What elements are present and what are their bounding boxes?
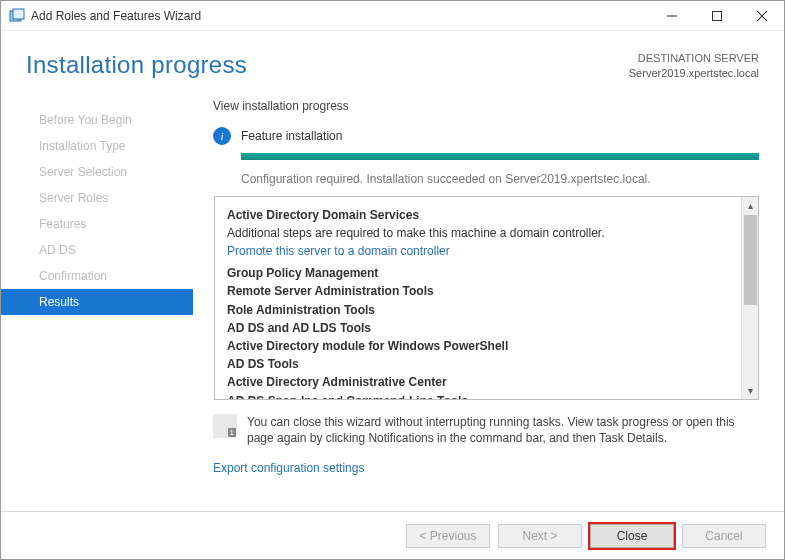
info-icon: i xyxy=(213,127,231,145)
status-row: i Feature installation xyxy=(213,127,759,145)
sidebar-item-before-you-begin: Before You Begin xyxy=(1,107,193,133)
titlebar: Add Roles and Features Wizard xyxy=(1,1,784,31)
window-title: Add Roles and Features Wizard xyxy=(31,9,649,23)
note-text: You can close this wizard without interr… xyxy=(247,414,759,448)
sidebar-item-installation-type: Installation Type xyxy=(1,133,193,159)
detail-adds-tools: AD DS Tools xyxy=(227,356,731,372)
window-controls xyxy=(649,1,784,31)
previous-button: < Previous xyxy=(406,524,490,548)
sidebar-item-confirmation: Confirmation xyxy=(1,263,193,289)
scroll-up-icon[interactable]: ▴ xyxy=(742,197,758,214)
flag-icon: 1 xyxy=(213,414,237,438)
destination-server: Server2019.xpertstec.local xyxy=(629,66,759,81)
detail-role-admin: Role Administration Tools xyxy=(227,302,731,318)
details-scrollbar[interactable]: ▴ ▾ xyxy=(741,197,758,399)
next-button: Next > xyxy=(498,524,582,548)
detail-snapins: AD DS Snap-Ins and Command-Line Tools xyxy=(227,393,731,399)
details-content: Active Directory Domain Services Additio… xyxy=(215,197,741,399)
sidebar-item-results[interactable]: Results xyxy=(1,289,193,315)
sidebar: Before You Begin Installation Type Serve… xyxy=(1,99,193,476)
sidebar-item-features: Features xyxy=(1,211,193,237)
details-box: Active Directory Domain Services Additio… xyxy=(214,196,759,400)
detail-gpm: Group Policy Management xyxy=(227,265,731,281)
destination-label: DESTINATION SERVER xyxy=(629,51,759,66)
detail-adds-note: Additional steps are required to make th… xyxy=(227,225,731,241)
detail-rsat: Remote Server Administration Tools xyxy=(227,283,731,299)
promote-link[interactable]: Promote this server to a domain controll… xyxy=(227,243,731,259)
destination-info: DESTINATION SERVER Server2019.xpertstec.… xyxy=(629,51,759,81)
minimize-button[interactable] xyxy=(649,1,694,31)
export-config-link[interactable]: Export configuration settings xyxy=(213,461,759,475)
status-text: Feature installation xyxy=(241,129,342,143)
scroll-down-icon[interactable]: ▾ xyxy=(742,382,758,399)
page-title: Installation progress xyxy=(26,51,247,81)
sidebar-item-ad-ds: AD DS xyxy=(1,237,193,263)
config-message: Configuration required. Installation suc… xyxy=(241,172,759,186)
detail-ad-module-ps: Active Directory module for Windows Powe… xyxy=(227,338,731,354)
close-button[interactable]: Close xyxy=(590,524,674,548)
header: Installation progress DESTINATION SERVER… xyxy=(1,31,784,81)
sidebar-item-server-selection: Server Selection xyxy=(1,159,193,185)
detail-adac: Active Directory Administrative Center xyxy=(227,374,731,390)
close-window-button[interactable] xyxy=(739,1,784,31)
scroll-thumb[interactable] xyxy=(744,215,757,305)
detail-adds-lds: AD DS and AD LDS Tools xyxy=(227,320,731,336)
wizard-window: Add Roles and Features Wizard Installati… xyxy=(0,0,785,560)
maximize-button[interactable] xyxy=(694,1,739,31)
app-icon xyxy=(9,8,25,24)
main-content: View installation progress i Feature ins… xyxy=(193,99,784,476)
section-label: View installation progress xyxy=(213,99,759,113)
cancel-button: Cancel xyxy=(682,524,766,548)
progress-fill xyxy=(241,153,759,160)
detail-adds-title: Active Directory Domain Services xyxy=(227,207,731,223)
svg-rect-1 xyxy=(13,9,24,19)
footer: < Previous Next > Close Cancel xyxy=(1,511,784,559)
sidebar-item-server-roles: Server Roles xyxy=(1,185,193,211)
note-row: 1 You can close this wizard without inte… xyxy=(213,414,759,448)
progress-bar xyxy=(241,153,759,160)
svg-rect-3 xyxy=(712,11,721,20)
